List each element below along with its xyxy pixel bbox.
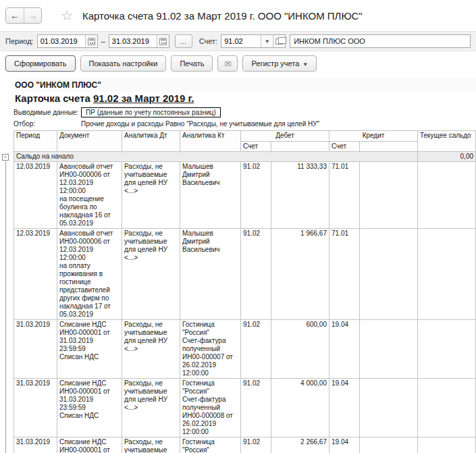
cell-credit-account[interactable]: 71.01 bbox=[329, 162, 360, 229]
cell-period[interactable]: 31.03.2019 bbox=[14, 320, 57, 379]
period-picker-button[interactable]: ... bbox=[175, 34, 192, 48]
report-title: Карточка счета 91.02 за Март 2019 г. bbox=[14, 91, 476, 107]
cell-balance[interactable] bbox=[418, 437, 476, 453]
send-mail-button[interactable]: ✉ bbox=[217, 55, 238, 72]
cell-balance[interactable] bbox=[418, 379, 476, 437]
period-to-input[interactable] bbox=[109, 35, 157, 47]
titlebar: ← → ☆ Карточка счета 91.02 за Март 2019 … bbox=[0, 0, 476, 31]
cell-analytics-dt[interactable]: Расходы, не учитываемые для целей НУ <..… bbox=[122, 162, 180, 229]
cell-credit-amount[interactable] bbox=[360, 379, 418, 437]
cell-credit-amount[interactable] bbox=[360, 437, 418, 453]
header-period: Период bbox=[14, 131, 57, 152]
filter-row-value: Прочие доходы и расходы Равно "Расходы, … bbox=[81, 119, 319, 128]
cell-credit-account[interactable]: 19.04 bbox=[329, 437, 360, 453]
header-debit: Дебет bbox=[241, 131, 329, 142]
cell-debit-amount[interactable]: 11 333,33 bbox=[271, 162, 329, 229]
cell-analytics-dt[interactable]: Расходы, не учитываемые для целей НУ <..… bbox=[122, 379, 180, 437]
report-title-prefix: Карточка счета bbox=[15, 92, 93, 104]
filter-bar: Период: – ... Счет: ▼ ИНКОМ ПЛЮС ООО bbox=[0, 31, 476, 51]
cell-analytics-dt[interactable]: Расходы, не учитываемые для целей НУ <..… bbox=[122, 229, 180, 320]
generate-button[interactable]: Сформировать bbox=[5, 55, 76, 72]
cell-analytics-kt[interactable]: Малышев Дмитрий Васильевич bbox=[180, 229, 241, 320]
opening-balance-label[interactable]: Сальдо на начало bbox=[14, 152, 418, 162]
header-credit: Кредит bbox=[329, 131, 418, 142]
cell-document[interactable]: Списание НДС ИН00-000001 от 31.03.2019 2… bbox=[57, 379, 122, 437]
show-settings-button[interactable]: Показать настройки bbox=[80, 55, 167, 72]
cell-credit-account[interactable]: 19.04 bbox=[329, 320, 360, 379]
period-to-field bbox=[109, 34, 169, 48]
cell-credit-amount[interactable] bbox=[360, 162, 418, 229]
cell-debit-amount[interactable]: 600,00 bbox=[271, 320, 329, 379]
report-area: ООО "ИНКОМ ПЛЮС" Карточка счета 91.02 за… bbox=[0, 76, 476, 453]
account-label: Счет: bbox=[199, 37, 217, 45]
account-choose-button[interactable] bbox=[273, 35, 285, 47]
cell-analytics-kt[interactable]: Гостиница "Россия" Счет-фактура полученн… bbox=[180, 379, 241, 437]
header-analytics-kt: Аналитика Кт bbox=[180, 131, 241, 152]
opening-balance-value[interactable]: 0,00 bbox=[418, 152, 476, 162]
table-row: 31.03.2019 Списание НДС ИН00-000001 от 3… bbox=[14, 379, 476, 437]
output-data-value: ПР (данные по учету постоянных разниц) bbox=[81, 107, 221, 117]
cell-debit-account[interactable]: 91.02 bbox=[241, 437, 271, 453]
cell-document[interactable]: Списание НДС ИН00-000001 от 31.03.2019 2… bbox=[57, 320, 122, 379]
account-field: ▼ bbox=[221, 34, 286, 48]
calendar-icon bbox=[159, 38, 167, 45]
forward-button[interactable]: → bbox=[24, 8, 41, 23]
cell-balance[interactable] bbox=[418, 320, 476, 379]
register-menu-label: Регистр учета bbox=[251, 59, 299, 68]
filter-row-label: Отбор: bbox=[14, 119, 81, 128]
organization-field[interactable]: ИНКОМ ПЛЮС ООО bbox=[290, 34, 471, 48]
cell-debit-amount[interactable]: 2 266,67 bbox=[271, 437, 329, 453]
collapse-group-button[interactable]: − bbox=[2, 154, 9, 161]
table-row: 12.03.2019 Авансовый отчет ИН00-000006 о… bbox=[14, 162, 476, 229]
cell-debit-account[interactable]: 91.02 bbox=[241, 379, 271, 437]
report-organization: ООО "ИНКОМ ПЛЮС" bbox=[14, 78, 476, 91]
output-data-label: Выводимые данные: bbox=[14, 107, 81, 116]
report-window: ← → ☆ Карточка счета 91.02 за Март 2019 … bbox=[0, 0, 476, 453]
cell-debit-account[interactable]: 91.02 bbox=[241, 229, 271, 320]
cell-debit-account[interactable]: 91.02 bbox=[241, 162, 271, 229]
header-credit-amount bbox=[360, 142, 418, 152]
history-nav: ← → bbox=[5, 7, 42, 24]
print-button[interactable]: Печать bbox=[171, 55, 213, 72]
cell-analytics-dt[interactable]: Расходы, не учитываемые для целей НУ <..… bbox=[122, 320, 180, 379]
register-menu-button[interactable]: Регистр учета▼ bbox=[242, 55, 317, 72]
calendar-button[interactable] bbox=[157, 35, 169, 47]
cell-analytics-kt[interactable]: Малышев Дмитрий Васильевич bbox=[180, 162, 241, 229]
cell-analytics-kt[interactable]: Гостиница "Россия" Счет-фактура полученн… bbox=[180, 320, 241, 379]
account-input[interactable] bbox=[221, 35, 261, 47]
favorite-star-icon[interactable]: ☆ bbox=[61, 7, 73, 24]
cell-analytics-kt[interactable]: Гостиница "Россия" Счет-фактура полученн… bbox=[180, 437, 241, 453]
page-title: Карточка счета 91.02 за Март 2019 г. ООО… bbox=[82, 10, 363, 22]
choose-from-list-icon bbox=[275, 38, 283, 45]
cell-period[interactable]: 31.03.2019 bbox=[14, 379, 57, 437]
header-debit-amount bbox=[271, 142, 329, 152]
cell-debit-amount[interactable]: 4 000,00 bbox=[271, 379, 329, 437]
report-table-header: Период Документ Аналитика Дт Аналитика К… bbox=[14, 131, 476, 152]
header-credit-account: Счет bbox=[329, 142, 360, 152]
cell-debit-amount[interactable]: 1 966,67 bbox=[271, 229, 329, 320]
cell-period[interactable]: 31.03.2019 bbox=[14, 437, 57, 453]
account-dropdown-button[interactable]: ▼ bbox=[261, 35, 273, 47]
cell-period[interactable]: 12.03.2019 bbox=[14, 229, 57, 320]
calendar-icon bbox=[88, 38, 95, 45]
toolbar: Сформировать Показать настройки Печать ✉… bbox=[0, 51, 476, 76]
header-document: Документ bbox=[57, 131, 122, 152]
calendar-button[interactable] bbox=[85, 35, 97, 47]
report-table: Период Документ Аналитика Дт Аналитика К… bbox=[14, 130, 476, 453]
cell-credit-account[interactable]: 19.04 bbox=[329, 379, 360, 437]
cell-balance[interactable] bbox=[418, 162, 476, 229]
cell-analytics-dt[interactable]: Расходы, не учитываемые для целей НУ <..… bbox=[122, 437, 180, 453]
cell-debit-account[interactable]: 91.02 bbox=[241, 320, 271, 379]
period-from-input[interactable] bbox=[38, 35, 85, 47]
cell-balance[interactable] bbox=[418, 229, 476, 320]
back-button[interactable]: ← bbox=[6, 8, 24, 23]
opening-balance-row: Сальдо на начало 0,00 bbox=[14, 152, 476, 162]
cell-document[interactable]: Авансовый отчет ИН00-000006 от 12.03.201… bbox=[57, 162, 122, 229]
cell-credit-amount[interactable] bbox=[360, 320, 418, 379]
cell-credit-account[interactable]: 71.01 bbox=[329, 229, 360, 320]
cell-period[interactable]: 12.03.2019 bbox=[14, 162, 57, 229]
cell-credit-amount[interactable] bbox=[360, 229, 418, 320]
cell-document[interactable]: Авансовый отчет ИН00-000006 от 12.03.201… bbox=[57, 229, 122, 320]
period-dash: – bbox=[101, 37, 105, 45]
cell-document[interactable]: Списание НДС ИН00-000001 от 31.03.2019 2… bbox=[57, 437, 122, 453]
